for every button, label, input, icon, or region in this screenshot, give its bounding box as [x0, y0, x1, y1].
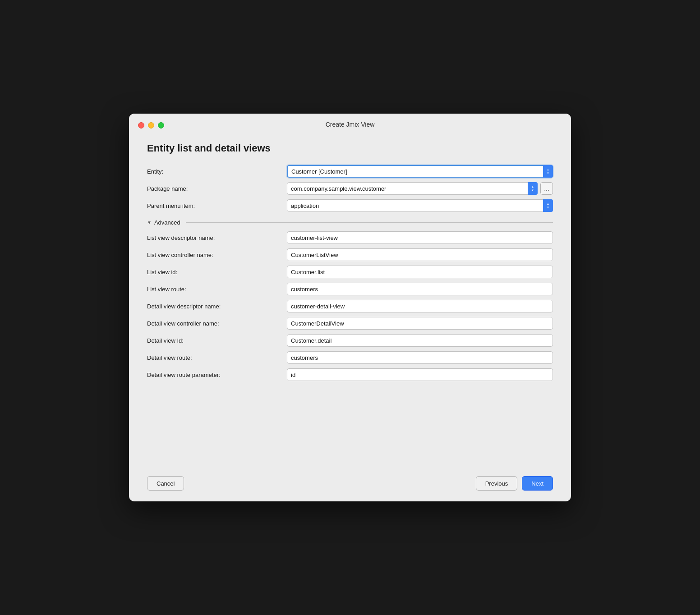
detail-descriptor-label: Detail view descriptor name:: [147, 303, 287, 310]
main-form: Entity: Customer [Customer] ▲ ▼ Pack: [147, 165, 553, 216]
entity-control-wrap: Customer [Customer] ▲ ▼: [287, 165, 553, 178]
list-controller-wrap: [287, 248, 553, 261]
detail-route-param-wrap: [287, 368, 553, 381]
traffic-lights: [138, 122, 164, 129]
parent-menu-label: Parent menu item:: [147, 202, 287, 209]
package-combo-wrap: com.company.sample.view.customer ▲ ▼ ...: [287, 182, 553, 195]
list-id-input[interactable]: [287, 266, 553, 278]
previous-button[interactable]: Previous: [476, 476, 518, 491]
list-descriptor-input[interactable]: [287, 231, 553, 244]
detail-route-param-input[interactable]: [287, 368, 553, 381]
dialog-content: Entity list and detail views Entity: Cus…: [129, 133, 571, 469]
footer-right-buttons: Previous Next: [476, 476, 553, 491]
parent-menu-control-wrap: application ▲ ▼: [287, 199, 553, 212]
list-route-row: List view route:: [147, 283, 553, 295]
package-select-wrap: com.company.sample.view.customer ▲ ▼: [287, 182, 538, 195]
advanced-label: Advanced: [154, 219, 180, 226]
minimize-window-button[interactable]: [148, 122, 154, 129]
list-descriptor-row: List view descriptor name:: [147, 231, 553, 244]
advanced-divider: [186, 222, 553, 223]
advanced-toggle[interactable]: ▼ Advanced: [147, 219, 553, 226]
page-title: Entity list and detail views: [147, 142, 553, 154]
entity-row: Entity: Customer [Customer] ▲ ▼: [147, 165, 553, 178]
list-controller-input[interactable]: [287, 248, 553, 261]
spacer: [147, 390, 553, 455]
entity-label: Entity:: [147, 168, 287, 175]
detail-route-input[interactable]: [287, 351, 553, 364]
list-route-label: List view route:: [147, 286, 287, 293]
detail-controller-input[interactable]: [287, 317, 553, 330]
list-route-wrap: [287, 283, 553, 295]
list-id-wrap: [287, 266, 553, 278]
cancel-button[interactable]: Cancel: [147, 476, 184, 491]
list-route-input[interactable]: [287, 283, 553, 295]
entity-select-wrap: Customer [Customer] ▲ ▼: [287, 165, 553, 178]
entity-select[interactable]: Customer [Customer]: [287, 165, 553, 178]
package-name-label: Package name:: [147, 185, 287, 192]
detail-route-param-label: Detail view route parameter:: [147, 372, 287, 378]
dialog-window: Create Jmix View Entity list and detail …: [129, 114, 571, 501]
detail-descriptor-row: Detail view descriptor name:: [147, 300, 553, 312]
window-title: Create Jmix View: [326, 121, 375, 128]
title-bar: Create Jmix View: [129, 114, 571, 133]
close-window-button[interactable]: [138, 122, 144, 129]
dialog-footer: Cancel Previous Next: [129, 469, 571, 501]
parent-menu-select[interactable]: application: [287, 199, 553, 212]
list-id-row: List view id:: [147, 266, 553, 278]
detail-route-row: Detail view route:: [147, 351, 553, 364]
advanced-section: ▼ Advanced List view descriptor name: Li…: [147, 219, 553, 386]
list-controller-row: List view controller name:: [147, 248, 553, 261]
package-name-row: Package name: com.company.sample.view.cu…: [147, 182, 553, 195]
package-browse-button[interactable]: ...: [540, 182, 553, 195]
detail-descriptor-wrap: [287, 300, 553, 312]
detail-controller-row: Detail view controller name:: [147, 317, 553, 330]
advanced-fields: List view descriptor name: List view con…: [147, 231, 553, 386]
list-descriptor-label: List view descriptor name:: [147, 234, 287, 241]
parent-menu-select-wrap: application ▲ ▼: [287, 199, 553, 212]
detail-route-label: Detail view route:: [147, 354, 287, 361]
parent-menu-row: Parent menu item: application ▲ ▼: [147, 199, 553, 212]
detail-id-label: Detail view Id:: [147, 337, 287, 344]
next-button[interactable]: Next: [522, 476, 553, 491]
list-descriptor-wrap: [287, 231, 553, 244]
detail-route-wrap: [287, 351, 553, 364]
list-id-label: List view id:: [147, 269, 287, 275]
detail-descriptor-input[interactable]: [287, 300, 553, 312]
detail-id-input[interactable]: [287, 334, 553, 347]
detail-controller-wrap: [287, 317, 553, 330]
list-controller-label: List view controller name:: [147, 252, 287, 258]
detail-route-param-row: Detail view route parameter:: [147, 368, 553, 381]
package-select[interactable]: com.company.sample.view.customer: [287, 182, 538, 195]
detail-id-row: Detail view Id:: [147, 334, 553, 347]
detail-id-wrap: [287, 334, 553, 347]
detail-controller-label: Detail view controller name:: [147, 320, 287, 327]
advanced-arrow-icon: ▼: [147, 220, 152, 225]
package-name-control-wrap: com.company.sample.view.customer ▲ ▼ ...: [287, 182, 553, 195]
maximize-window-button[interactable]: [158, 122, 164, 129]
